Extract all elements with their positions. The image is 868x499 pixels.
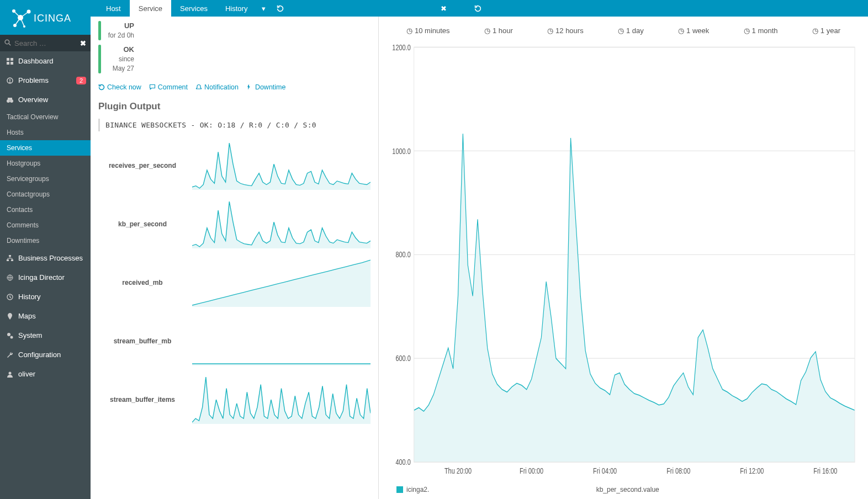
range-1week[interactable]: ◷1 week <box>678 26 709 35</box>
sidebar-sub-hosts[interactable]: Hosts <box>0 125 91 140</box>
range-12hours[interactable]: ◷12 hours <box>547 26 584 35</box>
tab-services[interactable]: Services <box>171 0 216 17</box>
search-input[interactable] <box>4 39 80 47</box>
svg-rect-12 <box>7 58 9 61</box>
legend-label: icinga2. <box>406 486 429 493</box>
sitemap-icon <box>7 255 15 262</box>
svg-rect-15 <box>10 62 13 65</box>
info-icon <box>7 77 15 84</box>
sidebar-item-system[interactable]: System <box>0 326 91 345</box>
sidebar-sub-tactical[interactable]: Tactical Overview <box>0 109 91 125</box>
range-10min[interactable]: ◷10 minutes <box>406 26 450 35</box>
wrench-icon <box>7 352 15 358</box>
sidebar-item-problems[interactable]: Problems 2 <box>0 71 91 90</box>
svg-line-7 <box>15 18 20 25</box>
host-state-since: for 2d 0h <box>108 31 134 40</box>
svg-line-5 <box>14 11 20 18</box>
status-bar-up <box>98 21 101 40</box>
sidebar-sub-downtimes[interactable]: Downtimes <box>0 233 91 248</box>
cogs-icon <box>7 332 15 339</box>
mini-chart-label: stream_buffer_mb <box>98 337 192 345</box>
range-1hour[interactable]: ◷1 hour <box>484 26 513 35</box>
svg-text:1000.0: 1000.0 <box>392 147 410 156</box>
sidebar: ICINGA ✖ Dashboard Problems 2 Overview T… <box>0 0 91 499</box>
sidebar-sub-contacts[interactable]: Contacts <box>0 202 91 217</box>
history-icon <box>7 294 15 300</box>
main-chart[interactable]: 400.0600.0800.01000.01200.0Thu 20:00Fri … <box>379 44 868 484</box>
sidebar-item-label: oliver <box>18 370 35 378</box>
svg-text:600.0: 600.0 <box>395 354 410 363</box>
svg-rect-21 <box>8 98 12 100</box>
sidebar-item-dashboard[interactable]: Dashboard <box>0 51 91 71</box>
sidebar-item-overview[interactable]: Overview <box>0 90 91 109</box>
range-1month[interactable]: ◷1 month <box>744 26 778 35</box>
refresh-left-icon[interactable] <box>271 0 289 17</box>
tab-history[interactable]: History <box>216 0 256 17</box>
host-state: UP <box>108 21 134 31</box>
svg-rect-23 <box>7 259 9 261</box>
mini-chart-label: stream_buffer_items <box>98 396 192 404</box>
service-pane: UP for 2d 0h OK since May 27 Check now <box>91 17 379 499</box>
sidebar-item-configuration[interactable]: Configuration <box>0 345 91 364</box>
mini-chart-label: kb_per_second <box>98 220 192 228</box>
chevron-down-icon[interactable]: ▾ <box>256 0 271 17</box>
mini-chart[interactable] <box>192 258 371 307</box>
tab-service[interactable]: Service <box>130 0 171 17</box>
clock-icon: ◷ <box>812 26 818 35</box>
sidebar-item-history[interactable]: History <box>0 287 91 306</box>
mini-chart-row: stream_buffer_items <box>98 375 371 424</box>
clock-icon: ◷ <box>406 26 412 35</box>
mini-chart-row: kb_per_second <box>98 200 371 248</box>
svg-point-34 <box>10 336 13 338</box>
sidebar-item-label: Overview <box>18 95 48 104</box>
cmd-comment[interactable]: Comment <box>149 83 188 91</box>
svg-marker-40 <box>192 377 371 424</box>
sidebar-sub-contactgroups[interactable]: Contactgroups <box>0 187 91 202</box>
service-status: OK since May 27 <box>98 45 371 73</box>
sidebar-sub-services[interactable]: Services <box>0 140 91 156</box>
sidebar-item-label: Dashboard <box>18 57 54 65</box>
svg-point-35 <box>9 371 12 374</box>
sidebar-item-business[interactable]: Business Processes <box>0 248 91 268</box>
clock-icon: ◷ <box>547 26 553 35</box>
svg-point-33 <box>7 333 10 336</box>
cmd-check-now[interactable]: Check now <box>98 83 141 91</box>
legend-swatch <box>396 486 403 493</box>
search-clear-icon[interactable]: ✖ <box>80 39 86 47</box>
refresh-right-icon[interactable] <box>469 0 487 17</box>
svg-line-6 <box>20 12 29 18</box>
svg-text:Fri 04:00: Fri 04:00 <box>593 467 617 476</box>
search-bar: ✖ <box>0 35 91 51</box>
svg-rect-24 <box>11 259 13 261</box>
clock-icon: ◷ <box>678 26 684 35</box>
sidebar-item-director[interactable]: Icinga Director <box>0 268 91 287</box>
sidebar-sub-servicegroups[interactable]: Servicegroups <box>0 171 91 187</box>
mini-chart[interactable] <box>192 200 371 248</box>
time-ranges: ◷10 minutes ◷1 hour ◷12 hours ◷1 day ◷1 … <box>379 17 868 44</box>
mini-chart[interactable] <box>192 375 371 424</box>
range-1year[interactable]: ◷1 year <box>812 26 840 35</box>
cmd-notification[interactable]: Notification <box>195 83 239 91</box>
svg-line-11 <box>9 43 10 45</box>
mini-chart[interactable] <box>192 141 371 190</box>
marker-icon <box>7 313 15 320</box>
dashboard-icon <box>7 58 15 65</box>
sidebar-sub-hostgroups[interactable]: Hostgroups <box>0 156 91 171</box>
svg-point-10 <box>5 40 9 44</box>
svg-text:Fri 16:00: Fri 16:00 <box>813 467 837 476</box>
sidebar-item-label: System <box>18 331 42 339</box>
mini-chart-label: receives_per_second <box>98 162 192 169</box>
range-1day[interactable]: ◷1 day <box>618 26 644 35</box>
close-pane-icon[interactable]: ✖ <box>435 0 452 17</box>
sidebar-item-user[interactable]: oliver <box>0 364 91 384</box>
svg-marker-57 <box>414 134 855 462</box>
mini-chart[interactable] <box>192 317 371 365</box>
service-state: OK <box>108 45 134 55</box>
clock-icon: ◷ <box>744 26 750 35</box>
tab-host[interactable]: Host <box>97 0 130 17</box>
clock-icon: ◷ <box>484 26 490 35</box>
cmd-downtime[interactable]: Downtime <box>246 83 286 91</box>
sidebar-sub-comments[interactable]: Comments <box>0 217 91 233</box>
sidebar-item-maps[interactable]: Maps <box>0 306 91 326</box>
sidebar-item-label: Icinga Director <box>18 273 65 282</box>
